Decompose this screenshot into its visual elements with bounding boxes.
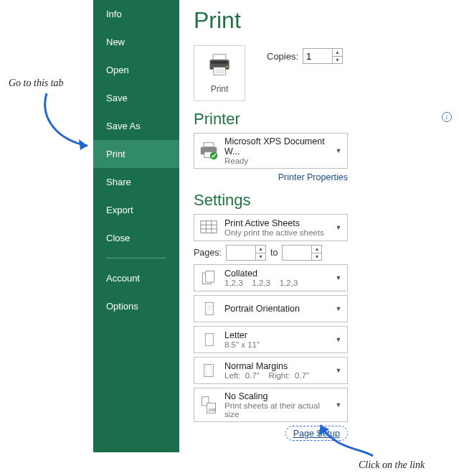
- pages-to-input[interactable]: [283, 246, 311, 260]
- spinner-up-icon[interactable]: ▲: [333, 49, 342, 57]
- chevron-down-icon: ▼: [334, 274, 343, 281]
- copies-input[interactable]: [303, 49, 332, 63]
- orientation-selector[interactable]: Portrait Orientation ▼: [194, 295, 348, 322]
- spinner-down-icon[interactable]: ▼: [312, 253, 321, 261]
- chevron-down-icon: ▼: [334, 401, 343, 409]
- svg-rect-0: [213, 54, 226, 60]
- paper-title: Letter: [224, 330, 328, 340]
- collate-sub: 1,2,3 1,2,3 1,2,3: [224, 279, 328, 287]
- spinner-up-icon[interactable]: ▲: [312, 246, 321, 253]
- spinner-up-icon[interactable]: ▲: [256, 246, 265, 253]
- printer-status: Ready: [224, 157, 328, 165]
- sidebar-item-new[interactable]: New: [93, 28, 179, 56]
- printer-selector[interactable]: Microsoft XPS Document W... Ready ▼: [194, 133, 348, 169]
- printer-name: Microsoft XPS Document W...: [224, 136, 328, 157]
- sidebar-item-open[interactable]: Open: [93, 56, 179, 84]
- svg-rect-12: [201, 221, 217, 233]
- margins-selector[interactable]: Normal Margins Left: 0.7" Right: 0.7" ▼: [194, 357, 348, 384]
- sidebar-item-save[interactable]: Save: [93, 84, 179, 112]
- svg-rect-2: [212, 61, 228, 63]
- annotation-arrow-bottom: [312, 416, 384, 467]
- paper-size-selector[interactable]: Letter 8.5" x 11" ▼: [194, 326, 348, 353]
- print-button[interactable]: Print: [194, 45, 245, 101]
- sidebar-item-save-as[interactable]: Save As: [93, 112, 179, 140]
- page-icon: [199, 330, 219, 350]
- collate-icon: [199, 268, 219, 288]
- pages-label: Pages:: [194, 248, 222, 258]
- collate-selector[interactable]: Collated 1,2,3 1,2,3 1,2,3 ▼: [194, 264, 348, 291]
- sidebar-item-account[interactable]: Account: [93, 264, 179, 292]
- copies-spinner[interactable]: ▲ ▼: [303, 48, 343, 64]
- svg-rect-19: [205, 302, 213, 314]
- chevron-down-icon: ▼: [334, 305, 343, 312]
- portrait-icon: [199, 299, 219, 319]
- svg-rect-18: [206, 271, 214, 282]
- svg-rect-23: [205, 333, 213, 345]
- chevron-down-icon: ▼: [334, 224, 343, 231]
- sidebar-item-print[interactable]: Print: [93, 140, 179, 168]
- copies-label: Copies:: [267, 51, 298, 62]
- margins-icon: [199, 360, 219, 381]
- scope-sub: Only print the active sheets: [224, 228, 328, 237]
- margins-sub: Left: 0.7" Right: 0.7": [224, 371, 328, 380]
- chevron-down-icon: ▼: [334, 336, 343, 343]
- annotation-goto-tab: Go to this tab: [9, 78, 64, 89]
- pages-from-spinner[interactable]: ▲▼: [226, 245, 266, 261]
- collate-title: Collated: [224, 269, 328, 279]
- print-panel: Print Print Copies:: [194, 0, 452, 441]
- pages-to-spinner[interactable]: ▲▼: [282, 245, 322, 261]
- margins-title: Normal Margins: [224, 361, 328, 371]
- svg-point-3: [226, 65, 228, 67]
- annotation-arrow-top: [36, 90, 100, 154]
- page-title: Print: [194, 7, 452, 34]
- print-scope-selector[interactable]: Print Active Sheets Only print the activ…: [194, 214, 348, 241]
- svg-rect-8: [204, 143, 214, 147]
- svg-text:100: 100: [208, 408, 216, 412]
- pages-from-input[interactable]: [227, 246, 255, 260]
- spinner-down-icon[interactable]: ▼: [256, 253, 265, 261]
- print-button-label: Print: [211, 84, 229, 94]
- settings-heading: Settings: [194, 191, 452, 210]
- spinner-down-icon[interactable]: ▼: [333, 57, 342, 64]
- sidebar-item-info[interactable]: Info: [93, 0, 179, 28]
- chevron-down-icon: ▼: [334, 147, 343, 154]
- chevron-down-icon: ▼: [334, 367, 343, 374]
- orientation-title: Portrait Orientation: [224, 304, 328, 314]
- pages-to-label: to: [270, 248, 278, 258]
- sidebar-item-export[interactable]: Export: [93, 196, 179, 224]
- info-icon[interactable]: i: [442, 112, 452, 122]
- printer-status-icon: [199, 141, 219, 161]
- sidebar-divider: [106, 258, 166, 258]
- printer-icon: [207, 53, 232, 78]
- scaling-title: No Scaling: [224, 391, 328, 401]
- sidebar-item-options[interactable]: Options: [93, 292, 179, 320]
- scope-title: Print Active Sheets: [224, 218, 328, 228]
- printer-heading: Printer: [194, 110, 240, 129]
- sidebar-item-share[interactable]: Share: [93, 168, 179, 196]
- sheets-icon: [199, 218, 219, 238]
- scaling-icon: 100: [199, 395, 219, 415]
- paper-sub: 8.5" x 11": [224, 340, 328, 349]
- backstage-sidebar: Info New Open Save Save As Print Share E…: [93, 0, 179, 452]
- sidebar-item-close[interactable]: Close: [93, 224, 179, 252]
- printer-properties-link[interactable]: Printer Properties: [194, 172, 348, 182]
